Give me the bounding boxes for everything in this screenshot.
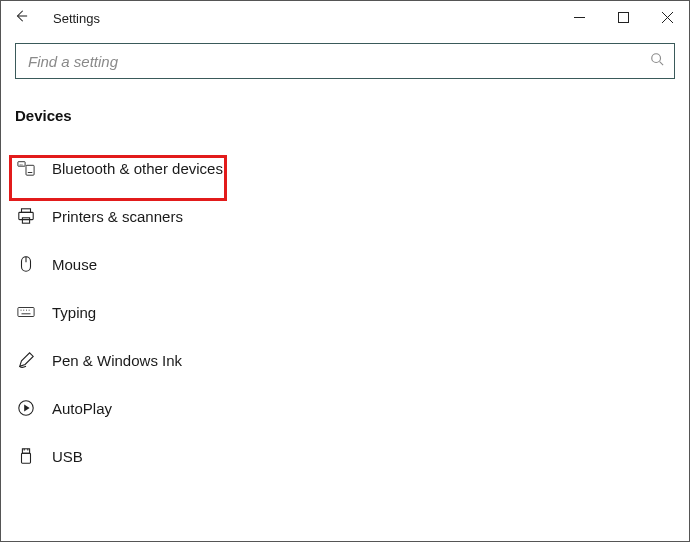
nav-item-autoplay[interactable]: AutoPlay [1,384,689,432]
close-icon [662,9,673,27]
mouse-icon [15,253,37,275]
minimize-icon [574,9,585,27]
usb-icon [15,445,37,467]
pen-icon [15,349,37,371]
nav-item-label: AutoPlay [52,400,112,417]
svg-point-4 [652,54,661,63]
category-heading: Devices [1,85,689,136]
svg-rect-25 [22,453,31,463]
svg-rect-13 [22,218,29,223]
window-title: Settings [53,11,100,26]
nav-item-label: Mouse [52,256,97,273]
keyboard-icon [15,301,37,323]
svg-marker-23 [24,404,29,411]
nav-item-label: Bluetooth & other devices [52,160,223,177]
settings-window: Settings [0,0,690,542]
nav-item-pen[interactable]: Pen & Windows Ink [1,336,689,384]
devices-icon [15,157,37,179]
back-button[interactable] [7,4,35,32]
svg-rect-16 [18,308,34,317]
titlebar-left: Settings [7,4,100,32]
maximize-icon [618,9,629,27]
svg-rect-6 [18,162,25,167]
minimize-button[interactable] [557,3,601,33]
nav-item-label: Printers & scanners [52,208,183,225]
nav-item-typing[interactable]: Typing [1,288,689,336]
search-input[interactable] [26,52,664,71]
window-controls [557,3,689,33]
devices-list: Bluetooth & other devices Printers & sca… [1,136,689,480]
svg-rect-9 [26,165,34,175]
nav-item-printers[interactable]: Printers & scanners [1,192,689,240]
maximize-button[interactable] [601,3,645,33]
svg-rect-12 [19,212,33,219]
svg-rect-24 [22,449,29,454]
autoplay-icon [15,397,37,419]
svg-rect-1 [618,13,628,23]
search-box[interactable] [15,43,675,79]
search-icon [650,52,664,70]
nav-item-usb[interactable]: USB [1,432,689,480]
search-container [1,35,689,85]
titlebar: Settings [1,1,689,35]
close-button[interactable] [645,3,689,33]
printer-icon [15,205,37,227]
arrow-left-icon [14,9,28,27]
nav-item-label: Typing [52,304,96,321]
nav-item-mouse[interactable]: Mouse [1,240,689,288]
nav-item-bluetooth[interactable]: Bluetooth & other devices [1,144,689,192]
nav-item-label: Pen & Windows Ink [52,352,182,369]
nav-item-label: USB [52,448,83,465]
svg-line-5 [660,62,664,66]
